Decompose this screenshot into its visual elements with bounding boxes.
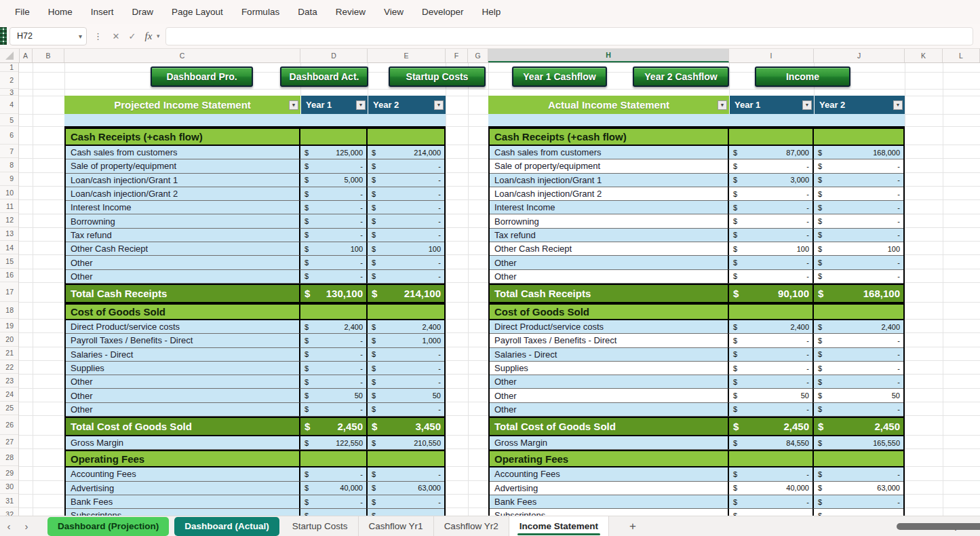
row-number-22[interactable]: 22	[0, 360, 18, 374]
value-cell[interactable]: $5,000	[299, 174, 366, 187]
section-header-row[interactable]: Cash Receipts (+cash flow)	[490, 128, 903, 146]
value-cell[interactable]: $-	[728, 362, 812, 375]
value-cell[interactable]: $2,450	[812, 418, 903, 435]
table-row[interactable]: Loan/cash injection/Grant 1$3,000$-	[490, 174, 903, 187]
table-row[interactable]: Loan/cash injection/Grant 1$5,000$-	[66, 174, 444, 187]
enter-icon[interactable]: ✓	[124, 28, 140, 44]
value-cell[interactable]: $-	[299, 214, 366, 228]
value-cell[interactable]: $63,000	[812, 482, 903, 495]
value-cell[interactable]: $-	[366, 495, 444, 509]
sheet-tab-income-statement[interactable]: Income Statement	[509, 516, 609, 536]
column-header-A[interactable]: A	[19, 49, 33, 62]
row-number-13[interactable]: 13	[0, 227, 18, 241]
menu-item-help[interactable]: Help	[482, 7, 501, 17]
column-header-B[interactable]: B	[33, 49, 64, 62]
table-row[interactable]: Direct Product/service costs$2,400$2,400	[490, 320, 903, 334]
column-header-C[interactable]: C	[64, 49, 300, 62]
value-cell[interactable]	[812, 129, 903, 145]
table-row[interactable]: Direct Product/service costs$2,400$2,400	[66, 320, 444, 334]
value-cell[interactable]: $-	[366, 201, 444, 214]
row-label[interactable]: Other	[490, 389, 728, 402]
section-header-row[interactable]: Cost of Goods Sold	[490, 303, 903, 320]
table-row[interactable]: Other$-$-	[490, 403, 903, 417]
year2-header[interactable]: Year 2▼	[814, 96, 905, 114]
row-label[interactable]: Other Cash Reciept	[66, 242, 299, 256]
table-row[interactable]: Advertising$40,000$63,000	[490, 482, 903, 495]
value-cell[interactable]: $214,100	[366, 285, 444, 302]
formula-input[interactable]	[165, 27, 973, 45]
row-label[interactable]: Tax refund	[490, 229, 728, 242]
value-cell[interactable]: $-	[728, 495, 812, 509]
table-row[interactable]: Subscriptons$-$-	[490, 509, 903, 516]
row-label[interactable]: Sale of property/equipment	[490, 159, 728, 173]
row-number-5[interactable]: 5	[0, 114, 18, 126]
table-row[interactable]: Gross Margin$122,550$210,550	[66, 436, 444, 450]
row-number-12[interactable]: 12	[0, 213, 18, 227]
sheet-tab-dashboard-projection-[interactable]: Dashboard (Projection)	[47, 517, 169, 536]
insert-function-icon[interactable]: fx	[140, 28, 157, 44]
row-label[interactable]: Advertising	[66, 482, 299, 495]
value-cell[interactable]: $100	[728, 242, 812, 256]
row-number-24[interactable]: 24	[0, 387, 18, 401]
value-cell[interactable]: $-	[366, 174, 444, 187]
value-cell[interactable]: $-	[812, 201, 903, 214]
table-row[interactable]: Other$-$-	[66, 270, 444, 284]
value-cell[interactable]: $2,400	[366, 320, 444, 334]
value-cell[interactable]: $1,000	[366, 334, 444, 347]
menu-item-page-layout[interactable]: Page Layout	[172, 7, 223, 17]
value-cell[interactable]: $50	[728, 389, 812, 402]
value-cell[interactable]: $-	[728, 214, 812, 228]
value-cell[interactable]: $-	[299, 270, 366, 284]
value-cell[interactable]: $-	[366, 362, 444, 375]
name-box[interactable]: H72 ▾	[9, 27, 87, 45]
total-row[interactable]: Total Cost of Goods Sold$2,450$2,450	[490, 417, 903, 436]
value-cell[interactable]: $-	[728, 334, 812, 347]
row-label[interactable]: Cash sales from customers	[490, 146, 728, 159]
value-cell[interactable]: $3,450	[366, 418, 444, 435]
value-cell[interactable]: $-	[299, 509, 366, 516]
value-cell[interactable]	[299, 305, 366, 319]
row-label[interactable]: Loan/cash injection/Grant 1	[490, 174, 728, 187]
sheet-tab-dashboard-actual-[interactable]: Dashboard (Actual)	[174, 517, 279, 536]
value-cell[interactable]: $-	[812, 174, 903, 187]
value-cell[interactable]: $-	[299, 467, 366, 481]
value-cell[interactable]: $-	[728, 159, 812, 173]
table-row[interactable]: Other$-$-	[66, 256, 444, 269]
select-all-corner[interactable]	[0, 49, 20, 62]
value-cell[interactable]: $168,000	[812, 146, 903, 159]
spreadsheet-grid[interactable]: 1234567891011121314151617181920212223242…	[0, 63, 980, 516]
row-number-28[interactable]: 28	[0, 448, 18, 466]
value-cell[interactable]: $-	[812, 403, 903, 417]
table-row[interactable]: Borrowning$-$-	[66, 214, 444, 228]
value-cell[interactable]: $-	[728, 403, 812, 417]
add-sheet-button[interactable]: +	[621, 520, 644, 533]
row-label[interactable]: Subscriptons	[66, 509, 299, 516]
value-cell[interactable]: $-	[366, 214, 444, 228]
row-label[interactable]: Direct Product/service costs	[66, 320, 299, 334]
row-number-11[interactable]: 11	[0, 199, 18, 213]
value-cell[interactable]: $-	[299, 229, 366, 242]
row-label[interactable]: Payroll Taxes / Benefits - Direct	[66, 334, 299, 347]
menu-item-review[interactable]: Review	[336, 7, 366, 17]
column-header-E[interactable]: E	[368, 49, 446, 62]
column-header-K[interactable]: K	[905, 49, 943, 62]
row-number-18[interactable]: 18	[0, 302, 18, 319]
value-cell[interactable]: $-	[366, 509, 444, 516]
row-label[interactable]: Supplies	[490, 362, 728, 375]
menu-item-file[interactable]: File	[15, 7, 30, 17]
menu-item-developer[interactable]: Developer	[422, 7, 464, 17]
value-cell[interactable]: $-	[366, 467, 444, 481]
total-row[interactable]: Total Cash Receipts$130,100$214,100	[66, 284, 444, 303]
value-cell[interactable]: $-	[299, 362, 366, 375]
value-cell[interactable]: $2,400	[728, 320, 812, 334]
value-cell[interactable]: $100	[812, 242, 903, 256]
value-cell[interactable]: $90,100	[728, 285, 812, 302]
value-cell[interactable]	[299, 451, 366, 466]
chevron-down-icon[interactable]: ▾	[79, 33, 82, 40]
table-row[interactable]: Other$50$50	[490, 389, 903, 402]
row-label[interactable]: Borrowning	[66, 214, 299, 228]
column-header-J[interactable]: J	[814, 49, 905, 62]
row-label[interactable]: Bank Fees	[490, 495, 728, 509]
value-cell[interactable]	[728, 305, 812, 319]
row-label[interactable]: Gross Margin	[490, 436, 728, 450]
